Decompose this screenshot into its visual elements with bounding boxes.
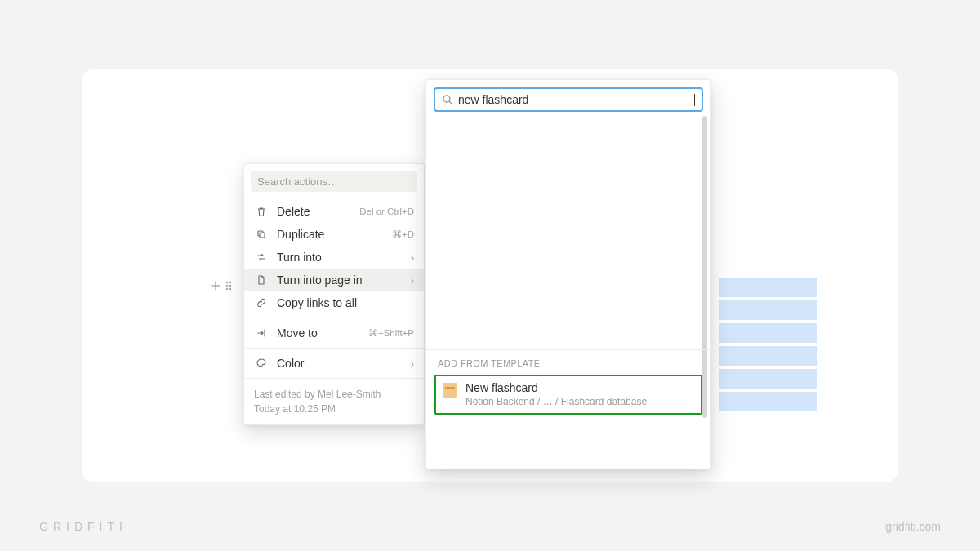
menu-item-label: Color bbox=[277, 357, 411, 370]
menu-move-to[interactable]: Move to ⌘+Shift+P bbox=[244, 322, 424, 344]
template-title: New flashcard bbox=[466, 381, 647, 394]
chevron-right-icon: › bbox=[411, 274, 414, 287]
svg-point-2 bbox=[226, 285, 229, 287]
background-selection-bars bbox=[719, 278, 817, 415]
chevron-right-icon: › bbox=[411, 358, 414, 370]
svg-point-5 bbox=[229, 288, 232, 291]
menu-divider bbox=[244, 318, 424, 318]
brand-wordmark: GRIDFITI bbox=[39, 520, 127, 533]
block-handles[interactable] bbox=[210, 280, 233, 291]
menu-divider bbox=[244, 378, 424, 379]
last-edited-by: Last edited by Mel Lee-Smith bbox=[254, 387, 414, 402]
template-path: Notion Backend / … / Flashcard database bbox=[466, 396, 647, 407]
template-icon bbox=[443, 383, 457, 398]
svg-point-3 bbox=[229, 285, 232, 287]
menu-item-label: Turn into page in bbox=[277, 273, 411, 287]
text-caret bbox=[694, 94, 695, 106]
menu-meta: Last edited by Mel Lee-Smith Today at 10… bbox=[244, 380, 424, 424]
color-icon bbox=[254, 358, 269, 369]
add-block-icon[interactable] bbox=[210, 280, 221, 291]
menu-item-hint: ⌘+D bbox=[392, 229, 414, 240]
menu-item-hint: ⌘+Shift+P bbox=[368, 327, 414, 339]
search-actions-input[interactable]: Search actions… bbox=[251, 171, 417, 192]
svg-rect-7 bbox=[260, 233, 265, 238]
menu-turn-into-page-in[interactable]: Turn into page in › bbox=[244, 269, 424, 291]
brand-url: gridfiti.com bbox=[885, 520, 941, 533]
move-to-icon bbox=[254, 327, 269, 339]
turn-into-icon bbox=[254, 251, 269, 263]
popover-search[interactable]: new flashcard bbox=[434, 87, 703, 112]
menu-item-label: Turn into bbox=[277, 251, 411, 264]
menu-delete[interactable]: Delete Del or Ctrl+D bbox=[244, 200, 424, 223]
menu-color[interactable]: Color › bbox=[244, 352, 424, 375]
trash-icon bbox=[254, 206, 269, 217]
chevron-right-icon: › bbox=[411, 251, 414, 264]
menu-turn-into[interactable]: Turn into › bbox=[244, 246, 424, 269]
menu-item-label: Delete bbox=[277, 205, 359, 218]
menu-copy-links[interactable]: Copy links to all bbox=[244, 291, 424, 314]
page-icon bbox=[254, 274, 269, 286]
svg-point-1 bbox=[229, 282, 232, 284]
block-context-menu: Search actions… Delete Del or Ctrl+D Dup… bbox=[243, 163, 425, 425]
drag-handle-icon[interactable] bbox=[225, 280, 233, 291]
content-card: Search actions… Delete Del or Ctrl+D Dup… bbox=[82, 69, 898, 482]
svg-point-0 bbox=[226, 282, 229, 284]
search-icon bbox=[442, 94, 453, 105]
template-result-new-flashcard[interactable]: New flashcard Notion Backend / … / Flash… bbox=[434, 375, 702, 415]
duplicate-icon bbox=[254, 229, 269, 240]
last-edited-time: Today at 10:25 PM bbox=[254, 402, 414, 416]
menu-divider bbox=[244, 348, 424, 349]
section-label: ADD FROM TEMPLATE bbox=[426, 350, 710, 373]
menu-item-label: Duplicate bbox=[277, 228, 392, 241]
menu-duplicate[interactable]: Duplicate ⌘+D bbox=[244, 223, 424, 246]
popover-results: ADD FROM TEMPLATE New flashcard Notion B… bbox=[426, 349, 710, 415]
link-icon bbox=[254, 297, 269, 309]
search-input-value[interactable]: new flashcard bbox=[458, 93, 689, 106]
page-search-popover: new flashcard ADD FROM TEMPLATE New flas… bbox=[425, 79, 711, 469]
svg-point-4 bbox=[226, 288, 229, 291]
menu-item-hint: Del or Ctrl+D bbox=[359, 207, 414, 216]
menu-item-label: Move to bbox=[277, 327, 368, 340]
menu-item-label: Copy links to all bbox=[277, 296, 414, 309]
